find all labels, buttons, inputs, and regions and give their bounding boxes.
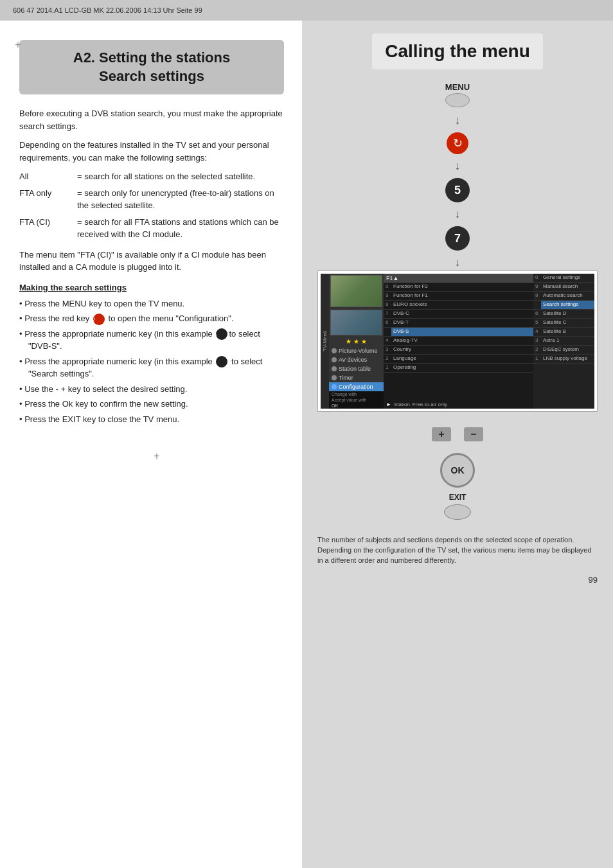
intro-para1: Before executing a DVB station search, y… [19,107,284,132]
bullet-7: Press the EXIT key to close the TV menu. [19,413,284,426]
tv-accept-row: Accept value with [329,397,384,403]
tv-row-0: 0Function for F2 [384,283,533,292]
tv-sidebar-icon-3 [332,366,337,371]
arrow-down-3: ↓ [455,208,461,221]
tv-right-row-0: 0General settings [533,274,594,283]
tv-top-bar-label: F1▲ [386,275,398,281]
tv-sidebar-label-1: Picture·Volume [339,348,378,354]
tv-sidebar-icon-2 [332,357,337,362]
tv-right-panel: 0General settings 9Manuall search 8Autom… [533,274,594,409]
tv-right-row-9: 9Manuall search [533,283,594,292]
tv-row-2: 2Language [384,355,533,364]
tv-row-9: 9Function for F1 [384,292,533,301]
tv-right-row-6: 6Satellite D [533,310,594,319]
def-term-fta-ci: FTA (CI) [19,216,77,229]
tv-ok-small: OK [329,403,384,409]
arrow-down-2: ↓ [455,159,461,173]
num5-icon-inline: 5 [216,328,227,340]
num7-icon-inline: 7 [216,356,227,368]
tv-row-8: 8EURO sockets [384,301,533,310]
tv-sidebar-icon-5 [332,384,337,389]
arrow-down-1: ↓ [455,114,461,127]
tv-center-rows: 0Function for F2 9Function for F1 8EURO … [384,283,533,400]
instruction-bullets: Press the MENU key to open the TV menu. … [19,297,284,426]
tv-menu-inner: TV-Menü ★ ★ ★ Picture·Volume [321,274,594,409]
ci-note: The menu item "FTA (CI)" is available on… [19,249,284,274]
tv-footer: ► Station Free-to-air only [384,400,533,409]
tv-sidebar-station: Station table [329,364,384,373]
tv-right-row-4: 4Satellite B [533,328,594,337]
tv-right-row-search: Search settings [533,301,594,310]
tv-sidebar-timer: Timer [329,373,384,382]
tv-footer-text2: Free-to-air only [413,402,447,407]
tv-footer-text: Station [394,402,410,407]
section-title: A2. Setting the stations Search settings [32,49,271,85]
tv-top-bar: F1▲ [384,274,533,283]
tv-right-row-1: 1LNB supply voltage [533,355,594,364]
bullet-2: Press the red key ↻ to open the menu "Co… [19,312,284,325]
tv-row-7: 7DVB-C [384,310,533,319]
bullet-5: Use the - + key to select the desired se… [19,383,284,396]
tv-row-1: 1Operating [384,364,533,373]
minus-button[interactable]: − [464,427,483,441]
tv-change-row: Change with [329,391,384,397]
tv-row-dvbs: DVB-S [384,328,533,337]
exit-label: EXIT [449,493,466,502]
def-desc-fta-only: = search only for unencrypted (free-to-a… [77,187,284,212]
tv-center-panel: F1▲ 0Function for F2 9Function for F1 8E… [384,274,533,409]
footnote: The number of subjects and sections depe… [317,535,598,566]
tv-image-bottom [330,310,382,335]
def-desc-all: = search for all stations on the selecte… [77,170,284,183]
bullet-3: Press the appropriate numeric key (in th… [19,328,284,353]
tv-sidebar-config: Configuration [329,382,384,391]
arrow-down-4: ↓ [455,256,461,269]
exit-button[interactable] [444,504,471,520]
left-column: A2. Setting the stations Search settings… [0,21,302,868]
right-column: Calling the menu MENU ↓ ↻ ↓ 5 ↓ 7 ↓ [302,21,613,868]
def-fta-only: FTA only = search only for unencrypted (… [19,187,284,212]
tv-image-top [330,275,382,307]
tv-sidebar-label-4: Timer [339,375,353,381]
red-return-button[interactable]: ↻ [447,132,468,154]
def-desc-fta-ci: = search for all FTA stations and statio… [77,216,284,241]
bullet-1: Press the MENU key to open the TV menu. [19,297,284,310]
menu-button[interactable] [445,93,470,107]
right-col-inner: Calling the menu MENU ↓ ↻ ↓ 5 ↓ 7 ↓ [317,33,598,585]
tv-menu-screenshot: TV-Menü ★ ★ ★ Picture·Volume [317,270,598,412]
intro-para2: Depending on the features installed in t… [19,139,284,164]
tv-row-4: 4Analog-TV [384,337,533,346]
bullet-6: Press the Ok key to confirm the new sett… [19,398,284,411]
tv-stars: ★ ★ ★ [329,337,384,346]
tv-row-3: 3Country [384,346,533,355]
red-key-icon: ↻ [93,314,105,325]
page-header: 606 47 2014.A1 LCD-GB MK 22.06.2006 14:1… [0,0,613,21]
tv-row-6: 6DVB-T [384,319,533,328]
section-title-box: A2. Setting the stations Search settings [19,40,284,94]
plusminus-row: + − [432,427,483,441]
page-number: 99 [317,575,598,585]
def-all: All = search for all stations on the sel… [19,170,284,183]
def-term-all: All [19,170,77,183]
header-text: 606 47 2014.A1 LCD-GB MK 22.06.2006 14:1… [13,6,202,14]
tv-right-row-2: 2DiSEqC system [533,346,594,355]
tv-sidebar-label-5: Configuration [339,384,373,390]
tv-footer-arrow: ► [386,402,391,407]
making-search-heading: Making the search settings [19,283,284,292]
tv-left-section: TV-Menü ★ ★ ★ Picture·Volume [321,274,384,409]
tv-right-row-8: 8Automatic search [533,292,594,301]
tv-sidebar-items: Picture·Volume AV devices Station table [329,346,384,391]
plus-button[interactable]: + [432,427,451,441]
step5-button[interactable]: 5 [445,178,470,202]
tv-sidebar-icon-1 [332,348,337,353]
tv-sidebar-picture: Picture·Volume [329,346,384,355]
tv-menu-vertical-label: TV-Menü [321,274,329,409]
ok-button[interactable]: OK [440,453,475,488]
tv-sidebar-icon-4 [332,375,337,380]
tv-sidebar-label-2: AV devices [339,357,367,363]
bullet-4: Press the appropriate numeric key (in th… [19,355,284,380]
tv-sidebar-av: AV devices [329,355,384,364]
tv-left-panel: ★ ★ ★ Picture·Volume AV devices [329,274,384,409]
step7-button[interactable]: 7 [445,226,470,251]
tv-right-row-5: 5Satellite C [533,319,594,328]
tv-sidebar-label-3: Station table [339,366,371,372]
